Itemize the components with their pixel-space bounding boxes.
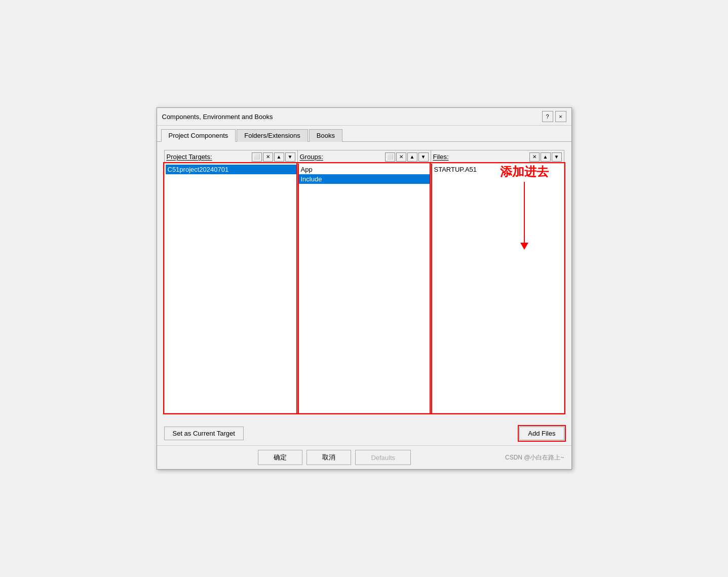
list-item[interactable]: C51project20240701 bbox=[166, 165, 296, 174]
groups-column: Groups: ⬜ ✕ ▲ ▼ App Include bbox=[298, 150, 431, 413]
tab-project-components[interactable]: Project Components bbox=[161, 129, 236, 142]
watermark-text: CSDN @小白在路上~ bbox=[505, 453, 564, 462]
title-bar: Components, Environment and Books ? × bbox=[157, 108, 571, 126]
targets-down-button[interactable]: ▼ bbox=[285, 152, 295, 162]
files-list[interactable]: STARTUP.A51 bbox=[431, 164, 564, 413]
help-button[interactable]: ? bbox=[542, 111, 553, 122]
tab-folders-extensions[interactable]: Folders/Extensions bbox=[237, 129, 308, 142]
list-item[interactable]: App bbox=[299, 165, 430, 174]
groups-column-header: Groups: ⬜ ✕ ▲ ▼ bbox=[298, 150, 431, 164]
targets-up-button[interactable]: ▲ bbox=[274, 152, 284, 162]
title-bar-buttons: ? × bbox=[542, 111, 566, 122]
targets-column: Project Targets: ⬜ ✕ ▲ ▼ C51project20240… bbox=[165, 150, 298, 413]
add-files-button[interactable]: Add Files bbox=[519, 427, 564, 440]
groups-delete-button[interactable]: ✕ bbox=[396, 152, 406, 162]
dialog-body: Project Targets: ⬜ ✕ ▲ ▼ C51project20240… bbox=[157, 142, 571, 421]
groups-header-label: Groups: bbox=[300, 153, 384, 161]
files-header-label: Files: bbox=[433, 153, 528, 161]
cancel-button[interactable]: 取消 bbox=[306, 450, 351, 465]
close-button[interactable]: × bbox=[555, 111, 566, 122]
defaults-button[interactable]: Defaults bbox=[355, 450, 411, 465]
set-current-target-button[interactable]: Set as Current Target bbox=[164, 427, 244, 440]
groups-list[interactable]: App Include bbox=[298, 164, 431, 413]
targets-header-label: Project Targets: bbox=[167, 153, 251, 161]
targets-new-button[interactable]: ⬜ bbox=[252, 152, 262, 162]
list-item[interactable]: STARTUP.A51 bbox=[432, 165, 563, 174]
list-item[interactable]: Include bbox=[299, 174, 430, 184]
files-column-header: Files: ✕ ▲ ▼ bbox=[431, 150, 564, 164]
targets-list[interactable]: C51project20240701 bbox=[165, 164, 297, 413]
groups-up-button[interactable]: ▲ bbox=[407, 152, 417, 162]
targets-delete-button[interactable]: ✕ bbox=[263, 152, 273, 162]
files-up-button[interactable]: ▲ bbox=[541, 152, 551, 162]
bottom-buttons-group: 确定 取消 Defaults bbox=[164, 450, 505, 465]
groups-down-button[interactable]: ▼ bbox=[418, 152, 429, 162]
tabs-bar: Project Components Folders/Extensions Bo… bbox=[157, 126, 571, 142]
footer-area: Set as Current Target Add Files bbox=[157, 421, 571, 445]
files-delete-button[interactable]: ✕ bbox=[529, 152, 540, 162]
ok-button[interactable]: 确定 bbox=[258, 450, 302, 465]
groups-new-button[interactable]: ⬜ bbox=[385, 152, 395, 162]
dialog-title: Components, Environment and Books bbox=[162, 113, 273, 121]
main-dialog: Components, Environment and Books ? × Pr… bbox=[157, 107, 572, 470]
targets-column-header: Project Targets: ⬜ ✕ ▲ ▼ bbox=[165, 150, 297, 164]
bottom-bar: 确定 取消 Defaults CSDN @小白在路上~ bbox=[157, 445, 571, 469]
columns-area: Project Targets: ⬜ ✕ ▲ ▼ C51project20240… bbox=[164, 150, 564, 413]
tab-books[interactable]: Books bbox=[309, 129, 342, 142]
files-column: Files: ✕ ▲ ▼ STARTUP.A51 添加进去 bbox=[431, 150, 564, 413]
files-down-button[interactable]: ▼ bbox=[552, 152, 562, 162]
